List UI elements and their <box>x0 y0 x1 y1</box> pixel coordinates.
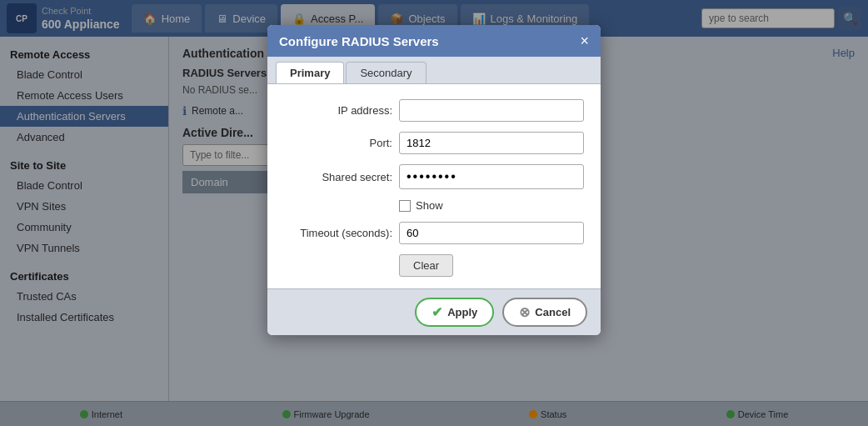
tab-secondary[interactable]: Secondary <box>346 62 426 83</box>
show-row: Show <box>284 199 584 212</box>
timeout-label: Timeout (seconds): <box>284 227 392 239</box>
apply-button[interactable]: ✔ Apply <box>415 298 494 327</box>
port-input[interactable] <box>399 132 584 154</box>
apply-icon: ✔ <box>432 304 442 320</box>
secret-label: Shared secret: <box>284 171 392 183</box>
configure-radius-modal: Configure RADIUS Servers × Primary Secon… <box>267 25 601 335</box>
shared-secret-input[interactable] <box>399 164 584 189</box>
cancel-button[interactable]: ⊗ Cancel <box>502 298 587 327</box>
timeout-input[interactable] <box>399 222 584 244</box>
modal-title-bar: Configure RADIUS Servers × <box>267 25 601 57</box>
cancel-icon: ⊗ <box>519 304 530 320</box>
modal-close-button[interactable]: × <box>580 33 589 48</box>
modal-body: IP address: Port: Shared secret: Show Ti… <box>267 84 601 288</box>
clear-button[interactable]: Clear <box>399 254 453 277</box>
ip-label: IP address: <box>284 104 392 117</box>
modal-overlay: Configure RADIUS Servers × Primary Secon… <box>0 0 868 426</box>
modal-tabs: Primary Secondary <box>267 57 601 84</box>
tab-primary[interactable]: Primary <box>276 62 344 83</box>
show-checkbox[interactable] <box>399 200 411 212</box>
modal-footer: ✔ Apply ⊗ Cancel <box>267 288 601 335</box>
modal-title: Configure RADIUS Servers <box>279 34 439 48</box>
ip-address-input[interactable] <box>399 99 584 122</box>
port-label: Port: <box>284 137 392 149</box>
show-label: Show <box>416 199 443 212</box>
